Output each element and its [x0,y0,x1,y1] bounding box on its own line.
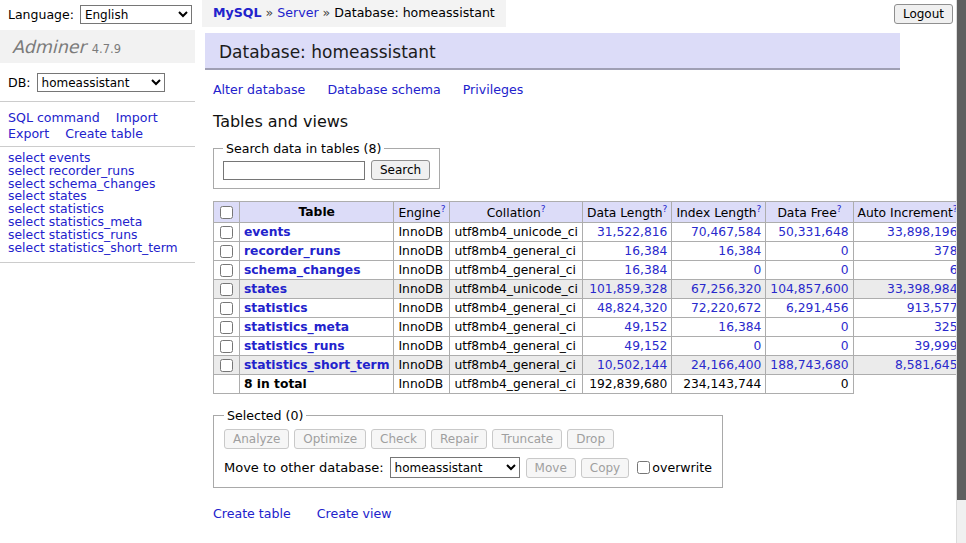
footer-checkbox-cell [214,375,240,394]
table-body: eventsInnoDButf8mb4_unicode_ci31,522,816… [214,223,966,375]
adminer-logo: Adminer [12,37,86,57]
footer-empty-area [853,375,966,394]
column-header-data-length: Data Length? [582,202,671,223]
help-icon[interactable]: ? [837,204,842,214]
truncate-button[interactable]: Truncate [492,429,562,449]
table-name-link[interactable]: statistics_short_term [244,358,389,372]
sidebar-item-select-statistics-short-term[interactable]: select statistics_short_term [8,242,178,255]
select-all-checkbox[interactable] [220,206,233,219]
move-button[interactable]: Move [526,458,576,478]
sidebar-action-sql-command[interactable]: SQL command [8,110,100,126]
overwrite-checkbox[interactable] [637,461,650,474]
data-length-cell: 49,152 [582,318,671,337]
language-select[interactable]: English [80,5,192,24]
logout-button[interactable]: Logout [894,4,953,24]
breadcrumb-link-mysql[interactable]: MySQL [213,5,262,20]
footer-index-length-cell: 234,143,744 [672,375,766,394]
table-name-cell: schema_changes [240,261,394,280]
index-length-cell: 0 [672,337,766,356]
check-button[interactable]: Check [371,429,426,449]
collation-cell: utf8mb4_general_ci [450,261,583,280]
data-length-cell: 101,859,328 [582,280,671,299]
link-create-view[interactable]: Create view [317,506,392,521]
row-checkbox[interactable] [220,340,233,353]
db-select-row: DB: homeassistant [8,73,165,92]
row-checkbox-cell [214,280,240,299]
optimize-button[interactable]: Optimize [294,429,366,449]
sidebar-action-export[interactable]: Export [8,126,49,142]
table-row: statisticsInnoDButf8mb4_general_ci48,824… [214,299,966,318]
help-icon[interactable]: ? [541,204,546,214]
help-icon[interactable]: ? [757,204,762,214]
collation-cell: utf8mb4_unicode_ci [450,280,583,299]
help-icon[interactable]: ? [663,204,668,214]
nav-link-alter-database[interactable]: Alter database [213,82,305,97]
db-select[interactable]: homeassistant [37,73,165,92]
data-length-cell: 10,502,144 [582,356,671,375]
move-db-select[interactable]: homeassistant [390,457,520,478]
main-content: Alter databaseDatabase schemaPrivileges … [213,82,913,543]
table-row: statistics_short_termInnoDButf8mb4_gener… [214,356,966,375]
row-checkbox[interactable] [220,321,233,334]
index-length-cell: 24,166,400 [672,356,766,375]
nav-link-privileges[interactable]: Privileges [463,82,524,97]
sidebar-divider [0,101,195,102]
sidebar-action-import[interactable]: Import [116,110,158,126]
collation-cell: utf8mb4_unicode_ci [450,223,583,242]
nav-link-database-schema[interactable]: Database schema [327,82,440,97]
table-name-link[interactable]: statistics [244,301,308,315]
search-input[interactable] [223,161,365,180]
data-length-cell: 48,824,320 [582,299,671,318]
language-label: Language: [8,7,74,22]
row-checkbox[interactable] [220,245,233,258]
overwrite-label: overwrite [652,460,712,475]
repair-button[interactable]: Repair [431,429,487,449]
analyze-button[interactable]: Analyze [224,429,289,449]
table-name-link[interactable]: recorder_runs [244,244,340,258]
row-checkbox-cell [214,261,240,280]
scrollbar-thumb[interactable] [957,0,966,500]
table-name-link[interactable]: states [244,282,287,296]
table-header-row: TableEngine?Collation?Data Length?Index … [214,202,966,223]
footer-engine-cell: InnoDB [394,375,450,394]
breadcrumb-link-server[interactable]: Server [277,5,318,20]
engine-cell: InnoDB [394,242,450,261]
selected-buttons: AnalyzeOptimizeCheckRepairTruncateDrop [224,429,712,449]
link-create-table[interactable]: Create table [213,506,291,521]
data-free-cell: 0 [766,337,853,356]
engine-cell: InnoDB [394,337,450,356]
vertical-scrollbar[interactable] [956,0,966,543]
index-length-cell: 16,384 [672,242,766,261]
table-name-link[interactable]: schema_changes [244,263,361,277]
column-header-auto-increment: Auto Increment? [853,202,962,223]
page-title: Database: homeassistant [205,33,900,70]
copy-button[interactable]: Copy [581,458,629,478]
row-checkbox-cell [214,299,240,318]
table-name-link[interactable]: statistics_runs [244,339,345,353]
collation-cell: utf8mb4_general_ci [450,318,583,337]
table-row: recorder_runsInnoDButf8mb4_general_ci16,… [214,242,966,261]
row-checkbox[interactable] [220,226,233,239]
table-row: schema_changesInnoDButf8mb4_general_ci16… [214,261,966,280]
table-name-cell: states [240,280,394,299]
table-name-link[interactable]: statistics_meta [244,320,349,334]
breadcrumb-separator: » [266,5,274,20]
select-all-header-cell [214,202,240,223]
row-checkbox[interactable] [220,283,233,296]
auto-increment-cell: 33,898,196 [853,223,962,242]
sidebar-action-create-table[interactable]: Create table [65,126,143,142]
breadcrumb-current: Database: homeassistant [334,5,495,20]
row-checkbox[interactable] [220,302,233,315]
table-name-cell: statistics_runs [240,337,394,356]
row-checkbox[interactable] [220,264,233,277]
row-checkbox[interactable] [220,359,233,372]
db-label: DB: [8,75,31,90]
drop-button[interactable]: Drop [567,429,614,449]
data-length-cell: 31,522,816 [582,223,671,242]
search-button[interactable]: Search [371,160,430,180]
row-checkbox-cell [214,356,240,375]
help-icon[interactable]: ? [441,204,446,214]
table-name-link[interactable]: events [244,225,291,239]
auto-increment-cell: 33,398,984 [853,280,962,299]
table-name-cell: events [240,223,394,242]
